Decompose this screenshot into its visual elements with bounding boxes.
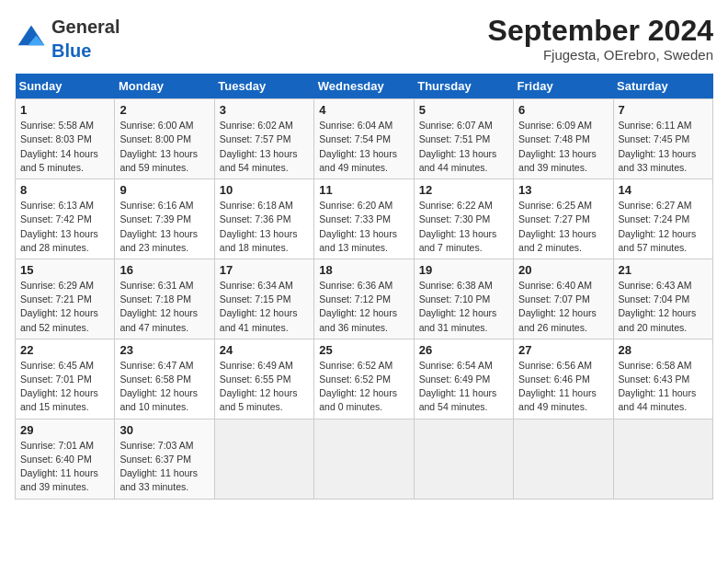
day-number: 18 bbox=[319, 263, 408, 277]
logo: General Blue bbox=[15, 15, 119, 63]
day-info: Sunrise: 6:40 AM Sunset: 7:07 PM Dayligh… bbox=[518, 279, 608, 335]
day-info: Sunrise: 6:58 AM Sunset: 6:43 PM Dayligh… bbox=[619, 359, 708, 415]
location: Fjugesta, OErebro, Sweden bbox=[488, 47, 713, 63]
day-number: 13 bbox=[518, 183, 608, 197]
calendar-day-cell: 29Sunrise: 7:01 AM Sunset: 6:40 PM Dayli… bbox=[16, 419, 115, 499]
logo-general-text: General bbox=[51, 17, 119, 37]
day-number: 29 bbox=[20, 423, 109, 437]
day-number: 11 bbox=[319, 183, 408, 197]
day-info: Sunrise: 6:13 AM Sunset: 7:42 PM Dayligh… bbox=[20, 199, 109, 255]
calendar-day-cell: 10Sunrise: 6:18 AM Sunset: 7:36 PM Dayli… bbox=[214, 179, 313, 259]
day-number: 24 bbox=[220, 343, 309, 357]
calendar-day-cell: 22Sunrise: 6:45 AM Sunset: 7:01 PM Dayli… bbox=[16, 339, 115, 419]
calendar-day-cell: 25Sunrise: 6:52 AM Sunset: 6:52 PM Dayli… bbox=[314, 339, 414, 419]
calendar-day-cell: 30Sunrise: 7:03 AM Sunset: 6:37 PM Dayli… bbox=[115, 419, 214, 499]
day-info: Sunrise: 6:36 AM Sunset: 7:12 PM Dayligh… bbox=[319, 279, 408, 335]
calendar-day-cell: 27Sunrise: 6:56 AM Sunset: 6:46 PM Dayli… bbox=[514, 339, 613, 419]
day-info: Sunrise: 7:03 AM Sunset: 6:37 PM Dayligh… bbox=[119, 439, 209, 495]
day-number: 6 bbox=[518, 103, 608, 117]
day-number: 1 bbox=[20, 103, 109, 117]
calendar-day-cell: 28Sunrise: 6:58 AM Sunset: 6:43 PM Dayli… bbox=[613, 339, 712, 419]
calendar-week-row: 8Sunrise: 6:13 AM Sunset: 7:42 PM Daylig… bbox=[16, 179, 713, 259]
calendar-table: SundayMondayTuesdayWednesdayThursdayFrid… bbox=[15, 74, 713, 499]
calendar-day-cell: 13Sunrise: 6:25 AM Sunset: 7:27 PM Dayli… bbox=[514, 179, 613, 259]
calendar-day-cell: 24Sunrise: 6:49 AM Sunset: 6:55 PM Dayli… bbox=[214, 339, 313, 419]
calendar-day-cell: 7Sunrise: 6:11 AM Sunset: 7:45 PM Daylig… bbox=[613, 99, 712, 179]
day-info: Sunrise: 6:00 AM Sunset: 8:00 PM Dayligh… bbox=[119, 119, 209, 175]
day-info: Sunrise: 6:11 AM Sunset: 7:45 PM Dayligh… bbox=[619, 119, 708, 175]
calendar-day-cell: 21Sunrise: 6:43 AM Sunset: 7:04 PM Dayli… bbox=[613, 259, 712, 339]
day-info: Sunrise: 6:54 AM Sunset: 6:49 PM Dayligh… bbox=[419, 359, 508, 415]
day-info: Sunrise: 6:07 AM Sunset: 7:51 PM Dayligh… bbox=[419, 119, 508, 175]
logo-icon bbox=[15, 22, 48, 55]
day-info: Sunrise: 6:31 AM Sunset: 7:18 PM Dayligh… bbox=[119, 279, 209, 335]
day-number: 28 bbox=[619, 343, 708, 357]
day-info: Sunrise: 6:18 AM Sunset: 7:36 PM Dayligh… bbox=[220, 199, 309, 255]
calendar-day-cell bbox=[214, 419, 313, 499]
title-block: September 2024 Fjugesta, OErebro, Sweden bbox=[488, 15, 713, 63]
calendar-day-cell: 15Sunrise: 6:29 AM Sunset: 7:21 PM Dayli… bbox=[16, 259, 115, 339]
calendar-day-cell: 19Sunrise: 6:38 AM Sunset: 7:10 PM Dayli… bbox=[414, 259, 513, 339]
day-info: Sunrise: 6:20 AM Sunset: 7:33 PM Dayligh… bbox=[319, 199, 408, 255]
weekday-header-cell: Thursday bbox=[414, 74, 513, 99]
day-info: Sunrise: 6:43 AM Sunset: 7:04 PM Dayligh… bbox=[619, 279, 708, 335]
calendar-day-cell: 5Sunrise: 6:07 AM Sunset: 7:51 PM Daylig… bbox=[414, 99, 513, 179]
weekday-header-cell: Wednesday bbox=[314, 74, 414, 99]
weekday-header-row: SundayMondayTuesdayWednesdayThursdayFrid… bbox=[16, 74, 713, 99]
calendar-day-cell: 17Sunrise: 6:34 AM Sunset: 7:15 PM Dayli… bbox=[214, 259, 313, 339]
day-number: 23 bbox=[119, 343, 209, 357]
day-info: Sunrise: 6:52 AM Sunset: 6:52 PM Dayligh… bbox=[319, 359, 408, 415]
calendar-day-cell: 3Sunrise: 6:02 AM Sunset: 7:57 PM Daylig… bbox=[214, 99, 313, 179]
day-info: Sunrise: 6:02 AM Sunset: 7:57 PM Dayligh… bbox=[220, 119, 309, 175]
calendar-week-row: 1Sunrise: 5:58 AM Sunset: 8:03 PM Daylig… bbox=[16, 99, 713, 179]
calendar-day-cell: 1Sunrise: 5:58 AM Sunset: 8:03 PM Daylig… bbox=[16, 99, 115, 179]
day-number: 2 bbox=[119, 103, 209, 117]
month-title: September 2024 bbox=[488, 15, 713, 47]
day-info: Sunrise: 6:04 AM Sunset: 7:54 PM Dayligh… bbox=[319, 119, 408, 175]
calendar-week-row: 22Sunrise: 6:45 AM Sunset: 7:01 PM Dayli… bbox=[16, 339, 713, 419]
calendar-day-cell: 23Sunrise: 6:47 AM Sunset: 6:58 PM Dayli… bbox=[115, 339, 214, 419]
day-number: 14 bbox=[619, 183, 708, 197]
day-number: 20 bbox=[518, 263, 608, 277]
day-info: Sunrise: 6:38 AM Sunset: 7:10 PM Dayligh… bbox=[419, 279, 508, 335]
day-info: Sunrise: 6:29 AM Sunset: 7:21 PM Dayligh… bbox=[20, 279, 109, 335]
day-number: 5 bbox=[419, 103, 508, 117]
day-info: Sunrise: 6:45 AM Sunset: 7:01 PM Dayligh… bbox=[20, 359, 109, 415]
day-info: Sunrise: 6:27 AM Sunset: 7:24 PM Dayligh… bbox=[619, 199, 708, 255]
day-info: Sunrise: 6:16 AM Sunset: 7:39 PM Dayligh… bbox=[119, 199, 209, 255]
day-number: 8 bbox=[20, 183, 109, 197]
day-info: Sunrise: 6:49 AM Sunset: 6:55 PM Dayligh… bbox=[220, 359, 309, 415]
day-number: 3 bbox=[220, 103, 309, 117]
day-number: 12 bbox=[419, 183, 508, 197]
calendar-day-cell bbox=[613, 419, 712, 499]
calendar-day-cell: 11Sunrise: 6:20 AM Sunset: 7:33 PM Dayli… bbox=[314, 179, 414, 259]
day-number: 16 bbox=[119, 263, 209, 277]
calendar-day-cell: 18Sunrise: 6:36 AM Sunset: 7:12 PM Dayli… bbox=[314, 259, 414, 339]
calendar-day-cell: 8Sunrise: 6:13 AM Sunset: 7:42 PM Daylig… bbox=[16, 179, 115, 259]
weekday-header-cell: Monday bbox=[115, 74, 214, 99]
calendar-day-cell: 12Sunrise: 6:22 AM Sunset: 7:30 PM Dayli… bbox=[414, 179, 513, 259]
calendar-day-cell: 2Sunrise: 6:00 AM Sunset: 8:00 PM Daylig… bbox=[115, 99, 214, 179]
calendar-day-cell: 26Sunrise: 6:54 AM Sunset: 6:49 PM Dayli… bbox=[414, 339, 513, 419]
day-info: Sunrise: 6:34 AM Sunset: 7:15 PM Dayligh… bbox=[220, 279, 309, 335]
day-number: 27 bbox=[518, 343, 608, 357]
day-number: 26 bbox=[419, 343, 508, 357]
calendar-day-cell: 16Sunrise: 6:31 AM Sunset: 7:18 PM Dayli… bbox=[115, 259, 214, 339]
calendar-day-cell: 9Sunrise: 6:16 AM Sunset: 7:39 PM Daylig… bbox=[115, 179, 214, 259]
day-info: Sunrise: 6:09 AM Sunset: 7:48 PM Dayligh… bbox=[518, 119, 608, 175]
calendar-day-cell bbox=[514, 419, 613, 499]
day-number: 4 bbox=[319, 103, 408, 117]
weekday-header-cell: Friday bbox=[514, 74, 613, 99]
day-info: Sunrise: 5:58 AM Sunset: 8:03 PM Dayligh… bbox=[20, 119, 109, 175]
day-number: 22 bbox=[20, 343, 109, 357]
logo-blue-text: Blue bbox=[51, 40, 91, 61]
calendar-day-cell: 6Sunrise: 6:09 AM Sunset: 7:48 PM Daylig… bbox=[514, 99, 613, 179]
page-header: General Blue September 2024 Fjugesta, OE… bbox=[15, 15, 713, 63]
day-info: Sunrise: 6:56 AM Sunset: 6:46 PM Dayligh… bbox=[518, 359, 608, 415]
calendar-week-row: 29Sunrise: 7:01 AM Sunset: 6:40 PM Dayli… bbox=[16, 419, 713, 499]
day-number: 19 bbox=[419, 263, 508, 277]
weekday-header-cell: Saturday bbox=[613, 74, 712, 99]
day-info: Sunrise: 6:47 AM Sunset: 6:58 PM Dayligh… bbox=[119, 359, 209, 415]
day-number: 30 bbox=[119, 423, 209, 437]
day-number: 25 bbox=[319, 343, 408, 357]
